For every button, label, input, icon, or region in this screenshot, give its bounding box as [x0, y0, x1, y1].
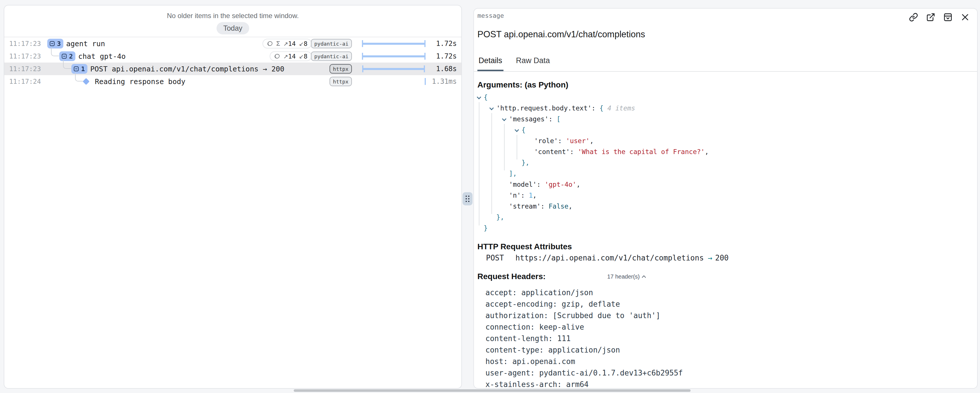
request-headers-list: accept: application/jsonaccept-encoding:…: [485, 287, 974, 389]
request-header-line: accept-encoding: gzip, deflate: [485, 298, 974, 310]
trace-row[interactable]: 11:17:23 1 POST api.openai.com/v1/chat/c…: [4, 62, 461, 75]
row-timestamp: 11:17:23: [9, 40, 41, 47]
span-label: agent run: [66, 40, 105, 48]
headers-count-label: 17 header(s): [607, 273, 640, 280]
open-in-new-icon[interactable]: [926, 13, 935, 22]
collapse-badge[interactable]: 3: [47, 39, 63, 48]
tokens-in-arrow-icon: ↗: [283, 41, 288, 47]
sigma-icon: Σ: [276, 40, 280, 47]
duration-label: 1.68s: [436, 65, 457, 73]
duration-bar: [362, 68, 425, 70]
http-method: POST: [486, 254, 504, 262]
code-line: 'http.request.body.text': { 4 items: [474, 103, 977, 113]
collapse-caret-icon[interactable]: [515, 128, 519, 132]
collapse-minus-icon: [73, 66, 79, 72]
collapse-badge[interactable]: 2: [59, 51, 75, 61]
code-line: 'model': 'gpt-4o',: [474, 179, 977, 190]
code-line: },: [474, 157, 977, 168]
trace-row[interactable]: 11:17:23 3 agent run Σ ↗14 ↙8 pydantic-a…: [4, 37, 461, 50]
request-header-line: accept: application/json: [485, 287, 974, 298]
log-time-tick: [425, 78, 426, 85]
log-diamond-icon: [83, 78, 89, 85]
collapse-caret-icon[interactable]: [489, 106, 494, 110]
row-timestamp: 11:17:24: [9, 78, 41, 85]
code-line: {: [474, 92, 977, 103]
timeline-empty-zone: No older items in the selected time wind…: [4, 5, 461, 37]
duration-label: 1.72s: [436, 52, 457, 60]
http-status: 200: [715, 254, 729, 262]
http-attributes-heading: HTTP Request Attributes: [477, 242, 974, 251]
span-title: POST api.openai.com/v1/chat/completions: [477, 29, 974, 40]
request-header-line: connection: keep-alive: [485, 321, 974, 333]
today-button[interactable]: Today: [216, 22, 249, 34]
span-detail-panel: message: [473, 8, 978, 389]
request-header-line: x-stainless-arch: arm64: [485, 379, 974, 389]
request-header-line: content-type: application/json: [485, 344, 974, 356]
trace-rows: 11:17:23 3 agent run Σ ↗14 ↙8 pydantic-a…: [4, 37, 461, 88]
duration-label: 1.72s: [436, 40, 457, 48]
code-line: 'role': 'user',: [474, 136, 977, 146]
collapse-caret-icon[interactable]: [477, 95, 481, 99]
headers-count-toggle[interactable]: 17 header(s): [607, 273, 645, 280]
span-label: POST api.openai.com/v1/chat/completions …: [90, 65, 284, 73]
collapse-caret-icon[interactable]: [502, 117, 507, 121]
status-arrow: →: [708, 254, 712, 262]
log-label: Reading response body: [95, 77, 185, 86]
collapse-minus-icon: [49, 41, 55, 46]
scope-tag[interactable]: pydantic-ai: [311, 52, 352, 61]
http-request-line: POSThttps://api.openai.com/v1/chat/compl…: [486, 254, 974, 262]
request-header-line: content-length: 111: [485, 333, 974, 344]
duration-label: 1.31ms: [432, 77, 457, 85]
span-kind-label: message: [477, 12, 504, 19]
tokens-in-arrow-icon: ↗: [283, 53, 288, 60]
arguments-code-block: {'http.request.body.text': { 4 items'mes…: [474, 92, 977, 233]
horizontal-scrollbar-thumb[interactable]: [294, 389, 690, 392]
request-header-line: user-agent: pydantic-ai/0.1.7.dev13+c6b2…: [485, 367, 974, 379]
scope-tag[interactable]: httpx: [329, 64, 352, 74]
tabs-divider: [474, 71, 977, 72]
code-line: ],: [474, 168, 977, 179]
chevron-up-icon: [641, 275, 646, 279]
code-line: 'n': 1,: [474, 190, 977, 201]
token-stats-pill[interactable]: Σ ↗14 ↙8: [262, 39, 312, 48]
request-headers-heading: Request Headers:: [477, 272, 546, 281]
collapse-minus-icon: [61, 53, 67, 59]
duration-bar: [362, 55, 426, 58]
code-line: 'messages': [: [474, 113, 977, 125]
duration-bar: [362, 43, 426, 45]
code-line: {: [474, 125, 977, 136]
tab-raw-data[interactable]: Raw Data: [515, 56, 551, 71]
trace-row[interactable]: 11:17:23 2 chat gpt-4o ↗14 ↙8 pydantic-a…: [4, 50, 461, 62]
no-older-items-message: No older items in the selected time wind…: [4, 12, 461, 20]
detail-toolbar: [909, 13, 970, 22]
coin-icon: [274, 53, 280, 59]
panel-splitter-handle[interactable]: [463, 192, 473, 205]
scope-tag[interactable]: pydantic-ai: [311, 39, 352, 48]
span-label: chat gpt-4o: [78, 52, 126, 61]
request-header-line: authorization: [Scrubbed due to 'auth']: [485, 310, 974, 321]
close-icon[interactable]: [961, 13, 970, 22]
tab-details[interactable]: Details: [477, 56, 503, 71]
collapse-badge[interactable]: 1: [72, 64, 88, 74]
code-line: 'stream': False,: [474, 201, 977, 212]
row-timestamp: 11:17:23: [9, 65, 41, 73]
code-line: 'content': 'What is the capital of Franc…: [474, 146, 977, 157]
row-timestamp: 11:17:23: [9, 53, 41, 60]
trace-row[interactable]: 11:17:24 Reading response bodyhttpx1.31m…: [4, 75, 461, 88]
token-stats-pill[interactable]: ↗14 ↙8: [270, 51, 312, 61]
request-header-line: host: api.openai.com: [485, 356, 974, 367]
link-icon[interactable]: [909, 13, 918, 22]
arguments-heading: Arguments: (as Python): [477, 80, 974, 89]
detail-tabs: Details Raw Data: [477, 56, 977, 71]
dock-panel-icon[interactable]: [943, 13, 953, 22]
tokens-out-arrow-icon: ↙: [299, 41, 304, 47]
code-line: },: [474, 212, 977, 223]
code-line: }: [474, 223, 977, 233]
scope-tag[interactable]: httpx: [329, 77, 352, 86]
tokens-out-arrow-icon: ↙: [299, 53, 304, 60]
http-url: https://api.openai.com/v1/chat/completio…: [515, 254, 704, 262]
trace-list-panel: No older items in the selected time wind…: [4, 5, 462, 389]
coin-icon: [267, 40, 273, 47]
